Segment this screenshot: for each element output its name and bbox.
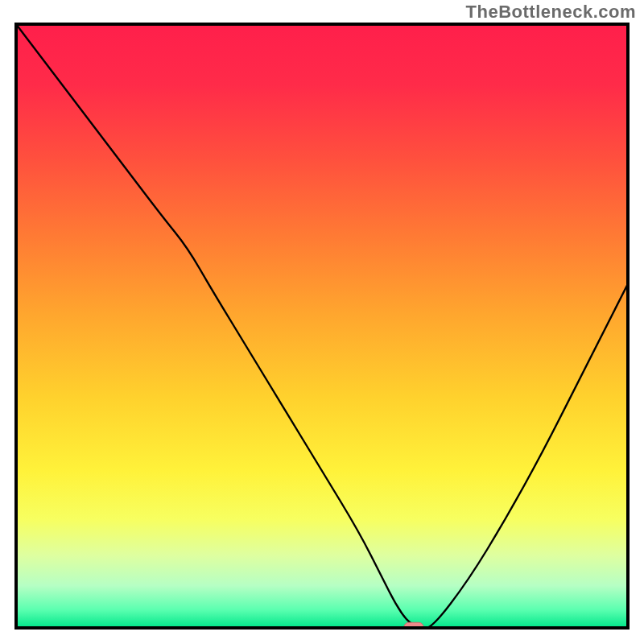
bottleneck-chart xyxy=(0,0,644,644)
chart-stage: TheBottleneck.com xyxy=(0,0,644,644)
watermark-label: TheBottleneck.com xyxy=(466,2,636,23)
plot-background-gradient xyxy=(16,24,628,628)
